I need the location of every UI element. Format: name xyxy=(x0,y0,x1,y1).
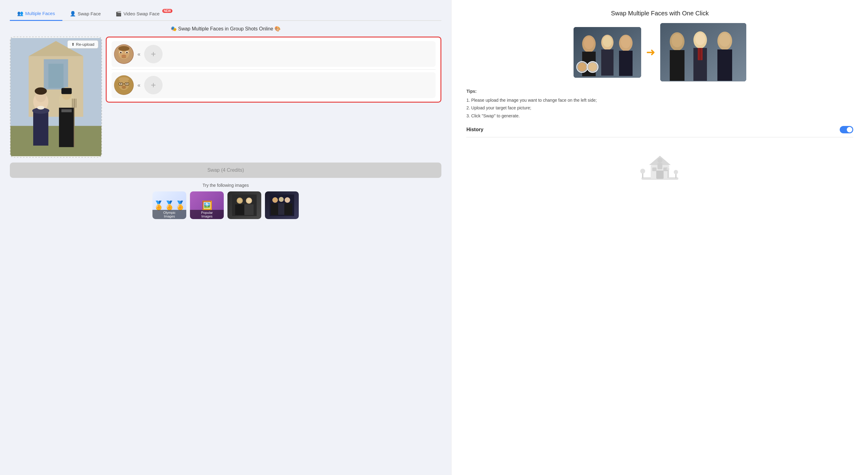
tab-swap-label: Swap Face xyxy=(78,11,101,16)
svg-point-59 xyxy=(584,37,594,49)
svg-point-65 xyxy=(621,36,631,48)
face-pairs-panel: « + xyxy=(106,37,441,103)
reupload-label: Re-upload xyxy=(76,42,94,47)
svg-rect-13 xyxy=(61,88,72,94)
swap-button[interactable]: Swap (4 Credits) xyxy=(10,162,441,178)
svg-rect-64 xyxy=(619,51,632,76)
demo-after-image xyxy=(660,23,746,82)
svg-point-26 xyxy=(121,55,126,57)
svg-rect-4 xyxy=(48,64,63,88)
upload-icon: ⬆ xyxy=(71,42,75,47)
svg-point-46 xyxy=(238,198,242,203)
section-title: 🎭 Swap Multiple Faces in Group Shots Onl… xyxy=(10,26,441,32)
try-images-list: 🏅🏅🏅 OlympicImages 🖼️ PopularImages xyxy=(10,191,441,219)
tip-1: 1. Please upload the image you want to c… xyxy=(466,96,853,104)
tip-2: 2. Upload your target face picture; xyxy=(466,104,853,112)
plus-icon-2: + xyxy=(151,80,156,90)
tip-3: 3. Click "Swap" to generate. xyxy=(466,112,853,120)
svg-rect-86 xyxy=(656,170,663,179)
svg-rect-54 xyxy=(284,203,292,215)
video-swap-icon: 🎬 xyxy=(116,11,122,17)
demo-image-row: ➜ xyxy=(466,23,853,82)
history-toggle[interactable] xyxy=(840,126,853,133)
svg-point-92 xyxy=(640,169,645,173)
tab-bar: 👥 Multiple Faces 👤 Swap Face 🎬 Video Swa… xyxy=(10,7,441,21)
svg-point-9 xyxy=(35,87,47,95)
uploaded-image xyxy=(10,37,101,157)
svg-rect-19 xyxy=(61,109,72,112)
try-image-group2[interactable] xyxy=(265,191,299,219)
svg-rect-79 xyxy=(717,50,732,81)
svg-point-25 xyxy=(126,52,128,54)
svg-point-32 xyxy=(120,83,121,85)
svg-point-27 xyxy=(118,46,129,51)
tab-video-swap[interactable]: 🎬 Video Swap Face NEW xyxy=(108,8,174,20)
svg-rect-87 xyxy=(652,167,656,171)
right-panel: Swap Multiple Faces with One Click xyxy=(451,0,868,475)
svg-rect-52 xyxy=(271,203,279,215)
swap-arrow: ➜ xyxy=(646,46,655,59)
tips-section: Tips: 1. Please upload the image you wan… xyxy=(466,88,853,120)
svg-point-47 xyxy=(247,198,251,203)
svg-rect-44 xyxy=(235,204,244,215)
svg-rect-90 xyxy=(657,163,662,169)
svg-point-89 xyxy=(657,158,662,163)
empty-state-illustration xyxy=(635,150,684,187)
history-row: History xyxy=(466,126,853,137)
tips-heading: Tips: xyxy=(466,88,853,95)
multiple-faces-icon: 👥 xyxy=(17,10,23,16)
source-face-2 xyxy=(114,75,134,95)
svg-rect-93 xyxy=(675,173,677,178)
add-target-face-1[interactable]: + xyxy=(144,45,163,63)
svg-rect-73 xyxy=(670,50,684,81)
svg-point-74 xyxy=(672,34,683,47)
tab-swap-face[interactable]: 👤 Swap Face xyxy=(62,8,108,20)
re-upload-button[interactable]: ⬆ Re-upload xyxy=(67,40,98,49)
try-section: Try the following images 🏅🏅🏅 OlympicImag… xyxy=(10,183,441,219)
svg-point-77 xyxy=(695,33,705,45)
upload-faces-row: ⬆ Re-upload xyxy=(10,37,441,158)
chevron-left-2: « xyxy=(137,82,141,89)
divider xyxy=(112,69,436,70)
svg-rect-5 xyxy=(10,126,101,156)
try-section-title: Try the following images xyxy=(10,183,441,188)
tab-video-label: Video Swap Face xyxy=(124,11,159,16)
add-target-face-2[interactable]: + xyxy=(144,76,163,94)
svg-point-80 xyxy=(719,33,730,47)
svg-point-62 xyxy=(603,36,612,47)
try-image-olympic[interactable]: 🏅🏅🏅 OlympicImages xyxy=(152,191,186,219)
svg-rect-95 xyxy=(668,169,669,178)
popular-label: PopularImages xyxy=(190,210,224,219)
svg-point-49 xyxy=(272,197,278,203)
history-label: History xyxy=(466,127,483,132)
svg-point-69 xyxy=(588,63,597,71)
try-image-group1[interactable] xyxy=(227,191,261,219)
upload-box[interactable]: ⬆ Re-upload xyxy=(10,37,102,158)
svg-point-96 xyxy=(666,168,670,170)
svg-point-50 xyxy=(279,197,284,202)
svg-rect-45 xyxy=(244,204,254,215)
demo-before-image xyxy=(574,27,641,78)
source-face-1 xyxy=(114,44,134,64)
svg-point-67 xyxy=(578,63,586,71)
group1-image-bg xyxy=(227,191,261,219)
right-title: Swap Multiple Faces with One Click xyxy=(466,10,853,17)
svg-rect-11 xyxy=(59,108,74,147)
svg-point-33 xyxy=(126,83,128,85)
try-image-popular[interactable]: 🖼️ PopularImages xyxy=(190,191,224,219)
svg-rect-53 xyxy=(278,203,285,215)
svg-point-37 xyxy=(122,86,126,88)
tab-multiple-faces[interactable]: 👥 Multiple Faces xyxy=(10,7,62,21)
svg-rect-61 xyxy=(601,50,614,75)
empty-history xyxy=(466,144,853,193)
tab-multiple-label: Multiple Faces xyxy=(25,11,55,16)
svg-point-51 xyxy=(285,197,290,203)
olympic-label: OlympicImages xyxy=(152,210,186,219)
swap-face-icon: 👤 xyxy=(70,11,76,17)
svg-point-18 xyxy=(37,106,44,110)
group2-image-bg xyxy=(265,191,299,219)
face-pair-row-2: « + xyxy=(112,72,436,98)
new-badge: NEW xyxy=(162,9,173,13)
plus-icon-1: + xyxy=(151,49,156,59)
face-pair-row-1: « + xyxy=(112,41,436,67)
